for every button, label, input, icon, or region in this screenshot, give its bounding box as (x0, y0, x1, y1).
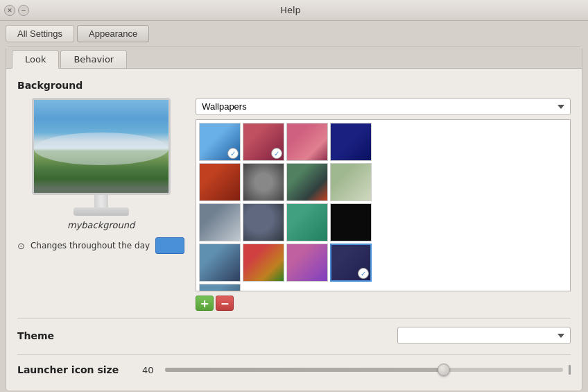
slider-area: 40 (142, 365, 571, 375)
launcher-label: Launcher icon size (17, 364, 142, 375)
color-swatch[interactable] (155, 237, 184, 254)
monitor-screen (34, 100, 168, 193)
wallpaper-thumb[interactable] (286, 123, 328, 161)
divider2 (17, 354, 571, 355)
wallpaper-panel: Wallpapers ✓ ✓ (196, 98, 571, 311)
monitor-preview (32, 98, 171, 195)
appearance-button[interactable]: Appearance (77, 25, 149, 42)
wallpaper-dropdown[interactable]: Wallpapers (196, 98, 571, 115)
tab-behavior[interactable]: Behavior (60, 50, 127, 68)
tab-content: Background mybackground ⊙ Changes throug… (6, 69, 582, 391)
wallpaper-thumb[interactable] (330, 203, 372, 241)
theme-label: Theme (17, 330, 142, 341)
theme-dropdown[interactable] (397, 327, 571, 344)
changes-text: Changes throughout the day (31, 241, 150, 250)
wallpaper-thumb[interactable] (286, 163, 328, 201)
wallpaper-thumb[interactable] (286, 244, 328, 282)
wallpaper-thumb[interactable] (199, 203, 241, 241)
slider-fill (165, 368, 444, 372)
background-label: Background (17, 80, 571, 91)
wallpaper-thumb[interactable] (243, 244, 284, 282)
monitor-stand-neck (94, 195, 108, 207)
changes-row: ⊙ Changes throughout the day (17, 237, 184, 254)
wallpaper-thumb[interactable] (199, 244, 241, 282)
tabs: Look Behavior (6, 47, 582, 69)
wallpaper-thumb[interactable] (330, 163, 372, 201)
wallpaper-thumb[interactable] (243, 203, 284, 241)
theme-row: Theme (17, 324, 571, 347)
all-settings-button[interactable]: All Settings (6, 25, 74, 42)
check-overlay: ✓ (358, 268, 369, 279)
monitor-stand-base (74, 207, 129, 216)
wallpaper-thumb[interactable] (243, 163, 284, 201)
window-title: Help (0, 5, 584, 15)
monitor-label: mybackground (67, 220, 135, 230)
nav-bar: All Settings Appearance (0, 21, 588, 46)
wallpaper-thumb[interactable] (286, 203, 328, 241)
remove-wallpaper-button[interactable]: − (216, 296, 234, 311)
monitor-area: mybackground ⊙ Changes throughout the da… (17, 98, 184, 254)
wallpaper-thumb[interactable] (199, 284, 241, 291)
wallpaper-thumb[interactable]: ✓ (199, 123, 241, 161)
main-content: Look Behavior Background mybackground ⊙ … (6, 46, 582, 391)
title-bar: ✕ − Help (0, 0, 588, 21)
background-area: mybackground ⊙ Changes throughout the da… (17, 98, 571, 311)
check-overlay: ✓ (271, 148, 282, 159)
wallpaper-thumb[interactable]: ✓ (243, 123, 284, 161)
divider (17, 318, 571, 318)
launcher-slider[interactable] (165, 368, 563, 372)
add-wallpaper-button[interactable]: + (196, 296, 214, 311)
slider-value: 40 (142, 365, 159, 375)
clock-icon: ⊙ (17, 241, 25, 251)
slider-thumb[interactable] (438, 364, 450, 376)
check-overlay: ✓ (227, 148, 239, 159)
wallpaper-thumb[interactable] (199, 163, 241, 201)
wallpaper-grid: ✓ ✓ (196, 119, 571, 291)
theme-control (142, 327, 571, 344)
tab-look[interactable]: Look (12, 50, 59, 69)
launcher-row: Launcher icon size 40 (17, 360, 571, 380)
add-remove-row: + − (196, 296, 571, 311)
wallpaper-thumb[interactable] (330, 123, 372, 161)
wallpaper-thumb[interactable]: ✓ (330, 244, 372, 282)
slider-end (569, 365, 571, 375)
